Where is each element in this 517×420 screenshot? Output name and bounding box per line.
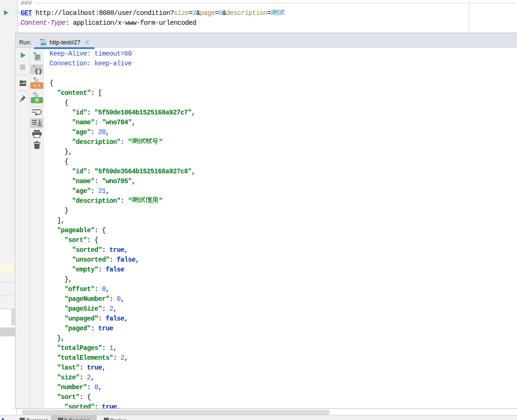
svg-text:{}: {} xyxy=(35,68,42,75)
svg-text:API: API xyxy=(41,43,46,46)
